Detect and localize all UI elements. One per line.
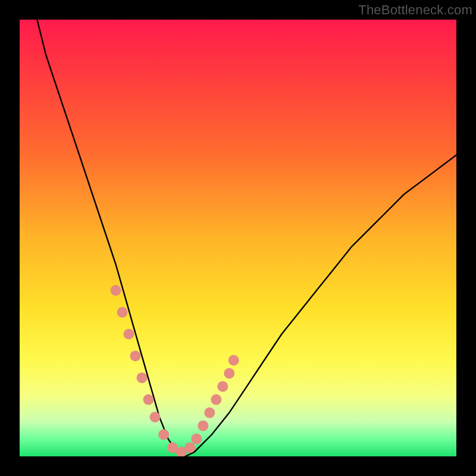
bottleneck-curve	[37, 20, 456, 456]
highlight-dot	[211, 394, 221, 405]
highlight-dot	[143, 394, 154, 405]
highlight-dot	[150, 412, 161, 422]
highlight-dot	[224, 368, 234, 379]
highlight-dot	[158, 429, 169, 440]
highlight-dot	[198, 421, 208, 431]
highlight-dot	[217, 381, 228, 392]
highlight-dot	[124, 329, 134, 340]
chart-overlay	[20, 20, 456, 456]
chart-frame: TheBottleneck.com	[0, 0, 476, 476]
highlight-dot	[191, 434, 202, 444]
plot-area	[20, 20, 456, 456]
highlight-dot	[111, 285, 121, 296]
watermark: TheBottleneck.com	[358, 2, 472, 18]
highlight-dot	[117, 307, 128, 318]
highlight-dot	[228, 355, 239, 366]
highlight-dot	[204, 408, 215, 418]
highlight-dot	[137, 372, 148, 383]
highlight-dot	[184, 442, 195, 453]
highlight-dot	[130, 350, 141, 361]
